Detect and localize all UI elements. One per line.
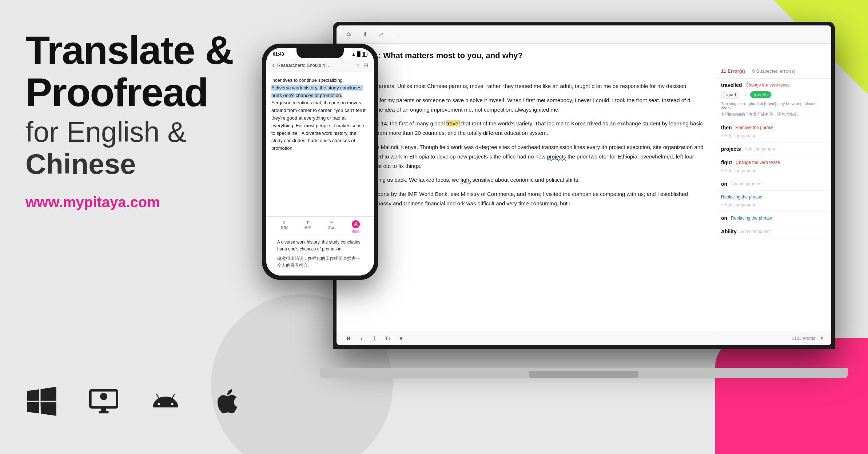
text-para-7: ly reading reports by the IMF, World Ban… (347, 189, 704, 209)
left-content-area: Translate & Proofread for English & Chin… (25, 29, 244, 210)
sidebar-action-fight[interactable]: Change the verb tense (736, 160, 780, 165)
phone-time: 01:43 (273, 52, 284, 57)
fight-highlight: fight (461, 177, 471, 183)
back-icon[interactable]: ‹ (272, 61, 274, 69)
word-count-bar: B I T T↕ ≡ 1103 Words ▼ (337, 331, 831, 345)
word-count-unit: ▼ (820, 336, 824, 341)
sidebar-add-projects[interactable]: Add component (744, 146, 775, 152)
phone-nav-title: Researchers: Should Y... (277, 63, 353, 68)
sidebar-item-replacing: Replacing the phrase + Add component (715, 191, 831, 212)
sidebar-action-travelled[interactable]: Change the verb tense (746, 83, 790, 88)
android-icon (149, 385, 182, 418)
translate-button[interactable]: A 翻译 (352, 220, 360, 234)
sidebar-note-travelled: The singular or plural of [travel] may b… (721, 101, 825, 110)
underline-button[interactable]: T (370, 334, 379, 343)
refresh-icon[interactable]: ⟳ (344, 29, 354, 40)
sidebar-add-replacing[interactable]: + Add component (721, 202, 755, 208)
subtitle-for: for English & (25, 116, 244, 149)
sidebar-word-on: on (721, 181, 727, 187)
menu-icon[interactable]: ⊞ (363, 62, 368, 69)
phone-content-area: incentives to continue specializing. A d… (266, 72, 374, 157)
text-para-5: or CAMCE in Malindi, Kenya. Though field… (347, 142, 704, 171)
suggestion-arrow: → (742, 92, 747, 98)
sidebar-word-on2: on (721, 215, 727, 221)
bold-button[interactable]: B (344, 334, 353, 343)
sidebar-item-on: on Add component (715, 177, 831, 191)
error-count: 11 Error(s) (721, 68, 745, 74)
website-url[interactable]: www.mypitaya.com (25, 194, 244, 210)
app-text-area[interactable]: most to me. demanding careers. Unlike mo… (337, 64, 715, 331)
app-sidebar: 11 Error(s) 0 Suspected error(s) travell… (715, 64, 831, 331)
share-button[interactable]: ⬆ 分享 (304, 220, 311, 234)
italic-button[interactable]: I (357, 334, 366, 343)
desktop-mockup: ⟳ ⬆ ⤢ … Essay A: What matters most to yo… (320, 22, 848, 378)
laptop-screen-inner: ⟳ ⬆ ⤢ … Essay A: What matters most to yo… (337, 25, 831, 345)
sidebar-add-fight[interactable]: + Add component (721, 168, 755, 173)
essay-title: Essay A: What matters most to you, and w… (337, 44, 831, 64)
sidebar-word-ability: Ability (721, 229, 737, 234)
travel-highlight: travel (446, 120, 460, 126)
sidebar-word-travelled: travelled (721, 82, 742, 88)
sidebar-action-then[interactable]: Remove the phrase (736, 125, 774, 130)
phone-bottom-toolbar: ⧉ 复制 ⬆ 分享 ✏ 笔记 A 翻译 (266, 216, 374, 276)
phone-mockup: 01:43 ▲ ▉ ▌ ‹ Researchers: Should Y... ☆… (262, 44, 378, 280)
sidebar-item-then: then Remove the phrase + Add component (715, 121, 831, 142)
apple-icon (211, 385, 244, 418)
sidebar-note-zh-travelled: 名词[travel]的单复数可能有误，请考虑修改。 (721, 112, 825, 117)
font-size-button[interactable]: T↕ (383, 334, 393, 343)
laptop-base-center (529, 371, 638, 378)
sidebar-action-replacing[interactable]: Replacing the phrase (721, 194, 762, 200)
sidebar-add-ability[interactable]: Add component (740, 229, 771, 234)
sidebar-word-projects: projects (721, 146, 741, 152)
text-para-1: most to me. (347, 68, 704, 77)
text-para-3: ad of waiting for my parents or someone … (347, 96, 704, 115)
signal-icon: ▉ (357, 52, 361, 57)
sidebar-item-projects: projects Add component (715, 142, 831, 156)
laptop-screen: ⟳ ⬆ ⤢ … Essay A: What matters most to yo… (333, 22, 835, 349)
sidebar-add-then[interactable]: + Add component (721, 133, 755, 138)
phone-translation-area: A diverse work history, the study conclu… (272, 236, 368, 272)
sidebar-action-on2[interactable]: Replacing the phrase (731, 216, 772, 221)
share-icon-toolbar[interactable]: ⬆ (360, 29, 370, 40)
note-button[interactable]: ✏ 笔记 (328, 220, 335, 234)
phone-para3: Ferguson mentions that, if a person move… (271, 99, 369, 152)
status-icons: ▲ ▉ ▌ (351, 52, 367, 57)
main-title-line2: Proofread (25, 71, 244, 113)
subtitle-chinese: Chinese (25, 149, 244, 180)
sidebar-add-on[interactable]: Add component (731, 181, 761, 186)
text-para-2: demanding careers. Unlike most Chinese p… (347, 81, 704, 91)
sidebar-item-travelled: travelled Change the verb tense travel →… (715, 79, 831, 121)
sidebar-header: 11 Error(s) 0 Suspected error(s) (715, 64, 831, 79)
app-main-layout: most to me. demanding careers. Unlike mo… (337, 64, 831, 331)
phone-para1: incentives to continue specializing. (271, 77, 369, 84)
app-toolbar: ⟳ ⬆ ⤢ … (337, 25, 831, 44)
phone-screen: 01:43 ▲ ▉ ▌ ‹ Researchers: Should Y... ☆… (266, 48, 374, 276)
phone-toolbar-icons: ⧉ 复制 ⬆ 分享 ✏ 笔记 A 翻译 (272, 220, 368, 234)
sidebar-item-on2: on Replacing the phrase (715, 212, 831, 225)
more-icon[interactable]: … (392, 29, 402, 40)
sidebar-suggestions-travelled: travel → travels (721, 91, 825, 99)
main-title: Translate & (25, 29, 244, 71)
sidebar-item-fight: fight Change the verb tense + Add compon… (715, 156, 831, 177)
suggestion-new-travels[interactable]: travels (750, 91, 771, 98)
toolbar-icons-row: B I T T↕ ≡ (344, 334, 406, 343)
phone-outer-case: 01:43 ▲ ▉ ▌ ‹ Researchers: Should Y... ☆… (262, 44, 378, 280)
suggestion-original-travel: travel (721, 91, 739, 99)
text-para-4: o when I was 14, the first of many globa… (347, 119, 704, 138)
align-button[interactable]: ≡ (396, 334, 406, 343)
windows-icon (25, 385, 58, 418)
phone-notch (296, 48, 344, 58)
word-count-label: 1103 Words (792, 336, 815, 341)
text-para-6: gs were holding us back. We lacked focus… (347, 175, 704, 185)
phone-para2-highlighted: A diverse work history, the study conclu… (271, 84, 369, 100)
expand-icon[interactable]: ⤢ (376, 29, 386, 40)
suspected-count: 0 Suspected error(s) (752, 68, 796, 74)
sidebar-item-ability: Ability Add component (715, 225, 831, 238)
bookmark-icon[interactable]: ☆ (355, 62, 361, 69)
copy-button[interactable]: ⧉ 复制 (280, 220, 288, 234)
wifi-icon: ▲ (351, 52, 356, 57)
phone-nav-bar: ‹ Researchers: Should Y... ☆ ⊞ (266, 59, 374, 72)
sidebar-word-then: then (721, 125, 732, 130)
laptop-base (320, 368, 848, 378)
sidebar-word-fight: fight (721, 160, 732, 165)
